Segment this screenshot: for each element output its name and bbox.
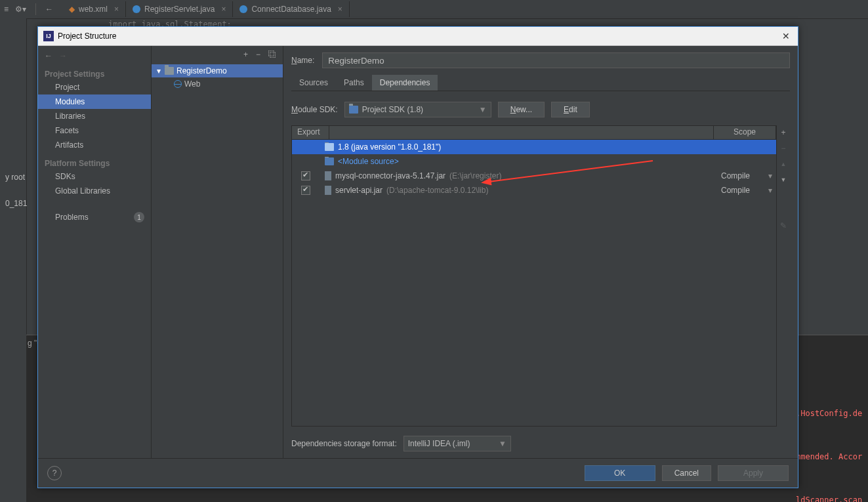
- dep-side-toolbar: + − ▲ ▼ ✎: [777, 125, 790, 427]
- back-icon[interactable]: ←: [45, 5, 53, 14]
- dep-row-module-source[interactable]: <Module source>: [292, 154, 776, 169]
- forward-arrow-icon[interactable]: →: [59, 51, 67, 60]
- module-name-row: Name: Name:: [291, 52, 790, 68]
- apply-button[interactable]: Apply: [718, 465, 789, 481]
- edit-dep-icon[interactable]: ✎: [777, 220, 789, 232]
- module-tree-root[interactable]: ▾ RegisterDemo: [152, 64, 283, 77]
- dep-storage-format-row: Dependencies storage format: IntelliJ ID…: [291, 427, 790, 458]
- remove-dep-icon[interactable]: −: [777, 142, 789, 154]
- dep-path-hint: (D:\apache-tomcat-9.0.12\lib): [386, 186, 488, 195]
- platform-settings-section: Platform Settings: [38, 152, 151, 169]
- dep-row-sdk[interactable]: 1.8 (java version "1.8.0_181"): [292, 140, 776, 154]
- module-tabs: Sources Paths Dependencies: [291, 75, 790, 91]
- project-tree-hint: y root 0_181: [0, 168, 30, 213]
- dep-name: mysql-connector-java-5.1.47.jar: [335, 171, 445, 180]
- add-dep-icon[interactable]: +: [777, 127, 789, 138]
- tab-dependencies[interactable]: Dependencies: [372, 75, 438, 91]
- jar-icon: [325, 171, 331, 180]
- scope-combo[interactable]: Compile▾: [717, 186, 776, 195]
- close-icon[interactable]: ×: [338, 5, 342, 14]
- tab-paths[interactable]: Paths: [336, 75, 372, 91]
- xml-file-icon: ◆: [69, 5, 75, 14]
- ok-button[interactable]: OK: [585, 465, 655, 481]
- combo-value: Project SDK (1.8): [362, 105, 423, 114]
- category-libraries[interactable]: Libraries: [38, 109, 151, 123]
- category-sdks[interactable]: SDKs: [38, 169, 151, 184]
- tree-hint-row: y root: [3, 171, 27, 184]
- module-sdk-label: Module SDK:: [291, 105, 338, 114]
- dep-name: servlet-api.jar: [335, 186, 382, 195]
- edit-sdk-button[interactable]: Edit: [551, 102, 590, 117]
- category-modules[interactable]: Modules: [38, 94, 151, 109]
- java-class-icon: [239, 5, 247, 13]
- ide-gutter: [0, 18, 27, 502]
- module-tree-web[interactable]: Web: [152, 77, 283, 91]
- dependencies-area: Export Scope 1.8 (java version "1.8.0_18…: [291, 125, 790, 427]
- nav-arrows: ← →: [38, 49, 151, 63]
- combo-value: IntelliJ IDEA (.iml): [408, 439, 470, 448]
- name-label: Name:: [291, 56, 314, 65]
- chevron-down-icon: ▾: [768, 186, 772, 195]
- project-settings-section: Project Settings: [38, 63, 151, 80]
- category-facets[interactable]: Facets: [38, 123, 151, 138]
- dialog-title-text: Project Structure: [58, 31, 116, 41]
- jar-icon: [325, 186, 331, 195]
- move-down-icon[interactable]: ▼: [777, 174, 789, 186]
- close-icon[interactable]: ×: [114, 5, 119, 14]
- category-artifacts[interactable]: Artifacts: [38, 138, 151, 152]
- category-project[interactable]: Project: [38, 80, 151, 94]
- dialog-body: ← → Project Settings Project Modules Lib…: [38, 46, 798, 458]
- project-structure-dialog: IJ Project Structure ✕ ← → Project Setti…: [37, 26, 798, 488]
- category-problems[interactable]: Problems 1: [38, 210, 151, 224]
- dep-path-hint: (E:\jar\register): [449, 171, 501, 180]
- remove-module-icon[interactable]: −: [256, 50, 260, 59]
- cancel-button[interactable]: Cancel: [662, 465, 711, 481]
- console-output: .HostConfig.de mmended. Accor ldScanner.…: [796, 377, 868, 502]
- menu-icon[interactable]: ≡: [4, 5, 9, 14]
- editor-tab-connectdatabase[interactable]: ConnectDatabase.java ×: [233, 1, 349, 17]
- category-list: ← → Project Settings Project Modules Lib…: [38, 46, 152, 458]
- tree-expand-icon[interactable]: ▾: [155, 66, 162, 75]
- export-checkbox[interactable]: [301, 171, 310, 180]
- tab-label: RegisterServlet.java: [144, 5, 215, 14]
- editor-tab-webxml[interactable]: ◆ web.xml ×: [62, 1, 126, 17]
- help-button[interactable]: ?: [47, 466, 62, 480]
- col-scope[interactable]: Scope: [714, 126, 776, 139]
- col-name[interactable]: [329, 126, 714, 139]
- dialog-footer: ? OK Cancel Apply: [38, 458, 798, 488]
- module-name-input[interactable]: [322, 52, 790, 68]
- module-tree-toolbar: + − ⿻: [152, 46, 283, 63]
- toolbar-separator: [35, 3, 36, 15]
- table-body: 1.8 (java version "1.8.0_181") <Module s…: [292, 140, 776, 426]
- gear-icon[interactable]: ⚙▾: [15, 5, 26, 14]
- scope-combo[interactable]: Compile▾: [717, 171, 776, 180]
- dialog-titlebar[interactable]: IJ Project Structure ✕: [38, 27, 798, 46]
- editor-tab-registerservlet[interactable]: RegisterServlet.java ×: [126, 1, 233, 17]
- tab-label: web.xml: [79, 5, 108, 14]
- back-arrow-icon[interactable]: ←: [45, 51, 52, 60]
- copy-module-icon[interactable]: ⿻: [268, 50, 276, 59]
- tree-hint-row: 0_181: [3, 197, 27, 210]
- category-global-libraries[interactable]: Global Libraries: [38, 184, 151, 198]
- new-sdk-button[interactable]: New...: [498, 102, 545, 117]
- module-tree: ▾ RegisterDemo Web: [152, 63, 283, 458]
- dep-row-mysql-connector[interactable]: mysql-connector-java-5.1.47.jar (E:\jar\…: [292, 169, 776, 183]
- table-header: Export Scope: [292, 126, 776, 140]
- tab-sources[interactable]: Sources: [291, 75, 336, 91]
- facet-name: Web: [184, 79, 200, 89]
- module-sdk-combo[interactable]: Project SDK (1.8) ▼: [344, 102, 491, 117]
- close-icon[interactable]: ×: [221, 5, 226, 14]
- dep-name: <Module source>: [338, 157, 399, 166]
- close-icon[interactable]: ✕: [779, 31, 793, 41]
- dep-format-label: Dependencies storage format:: [291, 439, 397, 448]
- module-name: RegisterDemo: [176, 66, 227, 75]
- problems-label: Problems: [55, 213, 89, 222]
- chevron-down-icon: ▼: [499, 439, 506, 448]
- col-export[interactable]: Export: [292, 126, 329, 139]
- dep-row-servlet-api[interactable]: servlet-api.jar (D:\apache-tomcat-9.0.12…: [292, 183, 776, 198]
- chevron-down-icon: ▼: [479, 105, 487, 114]
- export-checkbox[interactable]: [301, 186, 310, 195]
- dep-format-combo[interactable]: IntelliJ IDEA (.iml) ▼: [403, 436, 511, 451]
- add-module-icon[interactable]: +: [243, 50, 248, 59]
- move-up-icon[interactable]: ▲: [777, 158, 789, 170]
